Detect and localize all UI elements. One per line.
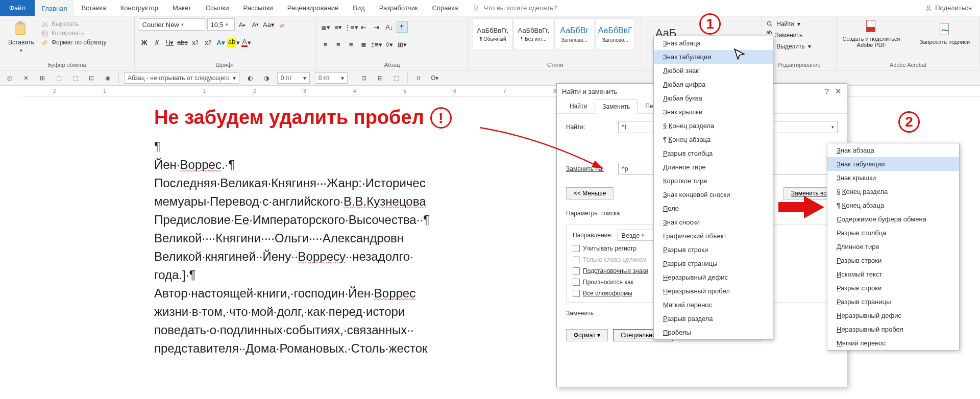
subscript-button[interactable]: x2 (190, 37, 201, 48)
tell-me-search[interactable]: Что вы хотите сделать? (465, 0, 917, 16)
menu-item[interactable]: Длинное тире (827, 240, 959, 254)
copy-button[interactable]: Копировать (41, 30, 107, 37)
borders-button[interactable]: ⊞▾ (397, 39, 408, 50)
style-heading1[interactable]: АаБбВгЗаголово... (554, 18, 594, 50)
style-normal[interactable]: АаБбВвГг,¶ Обычный (473, 18, 512, 50)
vertical-ruler[interactable] (0, 97, 11, 398)
inc-indent-button[interactable]: ⇥ (371, 21, 382, 33)
sec-btn-7[interactable]: ◉ (102, 72, 113, 84)
shading-button[interactable]: ◊▾ (384, 39, 395, 50)
menu-item[interactable]: Знак крышки (827, 171, 959, 185)
font-size-combo[interactable]: 10,5▾ (207, 18, 235, 31)
menu-item[interactable]: Поле (654, 202, 773, 215)
tab-references[interactable]: Ссылки (199, 0, 236, 16)
sec-btn-3[interactable]: ⊞ (37, 72, 48, 84)
tab-developer[interactable]: Разработчик (372, 0, 425, 16)
menu-item[interactable]: ¶ Конец абзаца (827, 198, 959, 212)
menu-item[interactable]: Разрыв столбца (827, 226, 959, 240)
tab-review[interactable]: Рецензирование (280, 0, 346, 16)
styles-gallery[interactable]: АаБбВвГг,¶ Обычный АаБбВвГг,¶ Без инт...… (473, 18, 635, 50)
menu-item[interactable]: ¶ Конец абзаца (654, 133, 773, 146)
multilevel-button[interactable]: ⋮≡▾ (346, 21, 357, 33)
sort-button[interactable]: A↓ (384, 21, 395, 33)
menu-item[interactable]: Разрыв раздела (654, 312, 773, 326)
clear-format-button[interactable] (277, 19, 288, 30)
italic-button[interactable]: К (152, 37, 163, 48)
sec-btn-8[interactable]: ◐ (244, 72, 256, 84)
menu-item[interactable]: § Конец раздела (654, 119, 773, 133)
chk-wildcard[interactable]: Подстановочные знаки (573, 267, 658, 275)
numbering-button[interactable]: ≡▾ (333, 21, 344, 33)
menu-item[interactable]: Неразрывный пробел (827, 322, 959, 336)
close-icon[interactable]: ✕ (835, 87, 842, 96)
menu-item[interactable]: Разрыв страницы (654, 257, 773, 270)
sec-btn-5[interactable]: ⬚ (69, 72, 81, 84)
menu-item[interactable]: Неразрывный пробел (654, 284, 773, 298)
sec-btn-10[interactable]: ⊡ (358, 72, 370, 84)
menu-item[interactable]: Графический объект (654, 229, 773, 243)
style-heading2[interactable]: АаБбВвГЗаголово... (595, 18, 635, 50)
menu-item[interactable]: Искомый текст (827, 267, 959, 281)
align-right-button[interactable]: ≡ (346, 39, 357, 50)
grow-font-button[interactable]: A▴ (237, 19, 248, 30)
share-button[interactable]: Поделиться (917, 0, 980, 16)
strike-button[interactable]: abc (177, 37, 188, 48)
tab-insert[interactable]: Вставка (74, 0, 113, 16)
tab-home[interactable]: Главная (35, 0, 74, 16)
format-button[interactable]: Формат ▾ (566, 329, 608, 341)
font-name-combo[interactable]: Courier New▾ (139, 18, 205, 31)
change-case-button[interactable]: Aa▾ (263, 19, 275, 30)
cut-button[interactable]: Вырезать (41, 20, 107, 28)
menu-item[interactable]: Знак сноски (654, 215, 773, 229)
tab-mailings[interactable]: Рассылки (236, 0, 280, 16)
sec-btn-12[interactable]: ⬚ (391, 72, 402, 84)
tab-view[interactable]: Вид (346, 0, 372, 16)
create-pdf-button[interactable]: Создать и поделиться Adobe PDF (841, 18, 902, 48)
menu-item[interactable]: Разрыв строки (827, 254, 959, 267)
highlight-button[interactable]: ab▾ (228, 37, 239, 48)
menu-item[interactable]: Неразрывный дефис (827, 309, 959, 322)
paste-button[interactable]: Вставить▾ (4, 18, 38, 55)
show-marks-button[interactable]: ¶ (397, 21, 408, 33)
find-button[interactable]: Найти ▾ (766, 20, 811, 28)
format-painter-button[interactable]: Формат по образцу (41, 39, 107, 46)
menu-item[interactable]: Разрыв строки (827, 281, 959, 295)
style-dd[interactable]: Абзац - не отрывать от следующего▾ (124, 72, 239, 84)
chk-case[interactable]: Учитывать регистр (573, 245, 658, 252)
tab-design[interactable]: Конструктор (113, 0, 165, 16)
menu-item[interactable]: Содержимое буфера обмена (827, 212, 959, 226)
menu-item[interactable]: Разрыв строки (654, 243, 773, 257)
menu-item[interactable]: Знак концевой сноски (654, 188, 773, 202)
tab-file[interactable]: Файл (0, 0, 35, 16)
pt1-combo[interactable]: 0 пт▾ (277, 72, 310, 84)
sec-btn-9[interactable]: ◑ (261, 72, 272, 84)
menu-item[interactable]: Неразрывный дефис (654, 270, 773, 284)
sec-btn-2[interactable]: ✕ (20, 72, 32, 84)
pt2-combo[interactable]: 0 пт▾ (315, 72, 348, 84)
chk-forms[interactable]: Все словоформы (573, 290, 658, 297)
tab-replace[interactable]: Заменить (595, 99, 638, 114)
tab-find[interactable]: Найти (562, 99, 595, 113)
menu-item[interactable]: § Конец раздела (827, 185, 959, 198)
direction-combo[interactable]: Везде▾ (618, 230, 658, 241)
menu-item[interactable]: Знак абзаца (654, 36, 773, 50)
menu-item[interactable]: Знак крышки (654, 105, 773, 119)
style-nospacing[interactable]: АаБбВвГг,¶ Без инт... (513, 18, 553, 50)
sec-btn-6[interactable]: ⊡ (86, 72, 97, 84)
menu-item[interactable]: Знак табуляции (827, 157, 959, 171)
align-center-button[interactable]: ≡ (333, 39, 344, 50)
less-button[interactable]: << Меньше (566, 187, 614, 199)
sec-btn-omega[interactable]: Ω▾ (429, 72, 440, 84)
tab-help[interactable]: Справка (425, 0, 465, 16)
menu-item[interactable]: Любой знак (654, 64, 773, 78)
align-left-button[interactable]: ≡ (320, 39, 331, 50)
menu-item[interactable]: Знак абзаца (827, 143, 959, 157)
chk-sounds[interactable]: Произносится как (573, 279, 658, 286)
menu-item[interactable]: Пробелы (654, 326, 773, 339)
menu-item[interactable]: Короткое тире (654, 174, 773, 188)
shrink-font-button[interactable]: A▾ (250, 19, 261, 30)
menu-item[interactable]: Мягкий перенос (827, 336, 959, 350)
sec-btn-pi[interactable]: π (413, 72, 424, 84)
justify-button[interactable]: ≣ (358, 39, 370, 50)
menu-item[interactable]: Любая буква (654, 91, 773, 105)
